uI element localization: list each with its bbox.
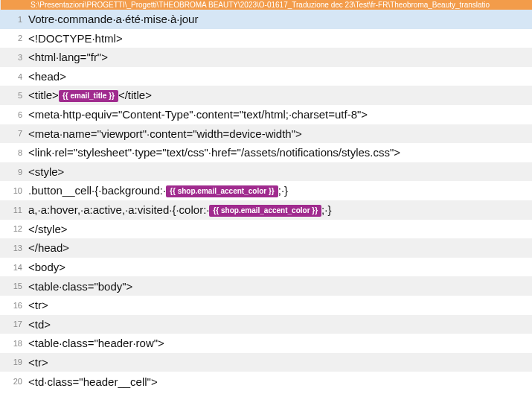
line-number: 14 [0, 263, 27, 272]
code-text: <meta·name="viewport"·content="width=dev… [28, 127, 302, 140]
editor-line[interactable]: 20<td·class="header__cell"> [0, 372, 532, 391]
line-content[interactable]: Votre·commande·a·été·mise·à·jour [27, 13, 532, 25]
file-path-bar: S:\Presentazioni\PROGETTI\_Progetti\THEO… [0, 0, 532, 10]
line-content[interactable]: <html·lang="fr"> [27, 51, 532, 63]
editor-line[interactable]: 15<table·class="body"> [0, 276, 532, 296]
line-number: 3 [0, 53, 27, 62]
line-number: 19 [0, 358, 27, 366]
code-text: .button__cell·{·background:· [28, 184, 166, 197]
code-text: ;·} [278, 184, 288, 197]
line-number: 13 [0, 244, 27, 252]
code-text: Votre·commande·a·été·mise·à·jour [28, 13, 198, 25]
code-text: ;·} [321, 203, 331, 216]
line-number: 8 [0, 148, 27, 157]
code-text: <head> [28, 70, 66, 83]
line-content[interactable]: </style> [27, 223, 532, 235]
line-content[interactable]: .button__cell·{·background:·{{ shop.emai… [27, 184, 532, 197]
line-number: 12 [0, 224, 27, 233]
editor-line[interactable]: 8<link·rel="stylesheet"·type="text/css"·… [0, 143, 532, 162]
editor-line[interactable]: 7<meta·name="viewport"·content="width=de… [0, 124, 532, 144]
line-number: 20 [0, 377, 27, 386]
line-number: 7 [0, 129, 27, 138]
line-content[interactable]: <title>{{ email_title }}</title> [27, 89, 532, 102]
line-number: 9 [0, 168, 27, 177]
code-text: a,·a:hover,·a:active,·a:visited·{·color:… [28, 203, 209, 216]
code-text: <html·lang="fr"> [28, 51, 108, 63]
line-number: 5 [0, 91, 27, 100]
line-number: 4 [0, 72, 27, 81]
editor-pane[interactable]: 1Votre·commande·a·été·mise·à·jour2<!DOCT… [0, 10, 532, 391]
line-content[interactable]: <meta·name="viewport"·content="width=dev… [27, 127, 532, 140]
line-content[interactable]: <style> [27, 165, 532, 178]
editor-line[interactable]: 6<meta·http-equiv="Content-Type"·content… [0, 105, 532, 124]
editor-line[interactable]: 5<title>{{ email_title }}</title> [0, 86, 532, 105]
code-text: <meta·http-equiv="Content-Type"·content=… [28, 108, 368, 121]
editor-line[interactable]: 3<html·lang="fr"> [0, 48, 532, 67]
editor-line[interactable]: 18<table·class="header·row"> [0, 334, 532, 353]
line-content[interactable]: </head> [27, 241, 532, 254]
editor-line[interactable]: 9<style> [0, 162, 532, 182]
placeholder-tag[interactable]: {{ shop.email_accent_color }} [166, 185, 278, 197]
line-number: 1 [0, 15, 27, 24]
placeholder-tag[interactable]: {{ email_title }} [59, 90, 118, 102]
line-content[interactable]: <table·class="header·row"> [27, 337, 532, 349]
editor-line[interactable]: 13</head> [0, 238, 532, 258]
line-number: 16 [0, 301, 27, 310]
code-text: <tr> [28, 356, 48, 369]
line-content[interactable]: <meta·http-equiv="Content-Type"·content=… [27, 108, 532, 121]
line-content[interactable]: <td·class="header__cell"> [27, 375, 532, 388]
code-text: <table·class="body"> [28, 280, 132, 293]
line-number: 18 [0, 339, 27, 348]
code-text: <td> [28, 318, 51, 331]
line-number: 10 [0, 186, 27, 195]
line-number: 2 [0, 34, 27, 42]
line-content[interactable]: a,·a:hover,·a:active,·a:visited·{·color:… [27, 203, 532, 217]
editor-line[interactable]: 16<tr> [0, 296, 532, 315]
line-number: 15 [0, 282, 27, 290]
code-text: <title> [28, 89, 59, 101]
code-text: <style> [28, 165, 64, 178]
editor-line[interactable]: 1Votre·commande·a·été·mise·à·jour [0, 10, 532, 29]
line-number: 6 [0, 110, 27, 119]
line-content[interactable]: <head> [27, 70, 532, 83]
line-content[interactable]: <!DOCTYPE·html> [27, 32, 532, 45]
line-number: 17 [0, 320, 27, 328]
editor-line[interactable]: 4<head> [0, 67, 532, 86]
editor-line[interactable]: 14<body> [0, 258, 532, 277]
code-text: <body> [28, 261, 65, 273]
code-text: </title> [118, 89, 152, 101]
editor-line[interactable]: 19<tr> [0, 353, 532, 372]
editor-line[interactable]: 12</style> [0, 220, 532, 239]
editor-line[interactable]: 10.button__cell·{·background:·{{ shop.em… [0, 181, 532, 200]
line-content[interactable]: <td> [27, 318, 532, 331]
line-content[interactable]: <tr> [27, 356, 532, 369]
line-content[interactable]: <link·rel="stylesheet"·type="text/css"·h… [27, 146, 532, 159]
line-content[interactable]: <tr> [27, 299, 532, 311]
code-text: <td·class="header__cell"> [28, 375, 158, 388]
editor-line[interactable]: 17<td> [0, 315, 532, 334]
code-text: <tr> [28, 299, 48, 311]
code-text: <link·rel="stylesheet"·type="text/css"·h… [28, 146, 400, 159]
placeholder-tag[interactable]: {{ shop.email_accent_color }} [209, 205, 321, 217]
editor-line[interactable]: 11a,·a:hover,·a:active,·a:visited·{·colo… [0, 200, 532, 220]
code-text: <table·class="header·row"> [28, 337, 164, 349]
line-number: 11 [0, 206, 27, 215]
editor-line[interactable]: 2<!DOCTYPE·html> [0, 29, 532, 48]
code-text: </head> [28, 241, 69, 254]
code-text: </style> [28, 223, 68, 235]
line-content[interactable]: <body> [27, 261, 532, 273]
code-text: <!DOCTYPE·html> [28, 32, 123, 45]
line-content[interactable]: <table·class="body"> [27, 280, 532, 293]
